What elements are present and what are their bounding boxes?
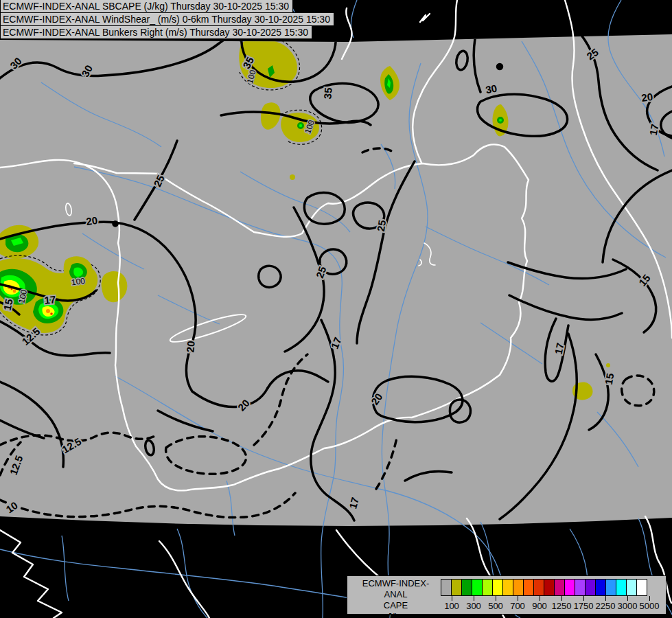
legend-color-cell: [616, 579, 627, 596]
legend-color-cell: [533, 579, 544, 596]
shear-contour-label: 17: [552, 342, 566, 356]
legend-tick-mark: [518, 596, 518, 601]
legend-tick-label: 1750: [574, 601, 594, 611]
shear-contour-label: 20: [184, 341, 196, 353]
shear-contour-label: 17: [44, 293, 56, 306]
legend-color-cell: [564, 579, 575, 596]
legend-color-cell: [554, 579, 565, 596]
legend-color-cell: [461, 579, 472, 596]
legend-color-cell: [636, 579, 647, 596]
legend-tick-label: 700: [510, 601, 525, 611]
header: ECMWF-INDEX-ANAL SBCAPE (J/kg) Thursday …: [0, 0, 334, 39]
legend-color-cell: [441, 579, 452, 596]
legend-color-cell: [605, 579, 616, 596]
cape-legend: ECMWF-INDEX-ANAL CAPE J/kg 1003005007009…: [347, 575, 667, 615]
legend-tick-mark: [452, 596, 452, 601]
legend-tick-label: 100: [444, 601, 459, 611]
header-line-sbcape: ECMWF-INDEX-ANAL SBCAPE (J/kg) Thursday …: [0, 0, 293, 13]
legend-tick-mark: [649, 596, 650, 601]
legend-tick-mark: [496, 596, 496, 601]
cape-contour-label: 100: [71, 276, 86, 288]
legend-tick-label: 3000: [618, 601, 638, 611]
legend-color-cell: [451, 579, 462, 596]
shear-contour-label: 20: [640, 91, 653, 104]
legend-color-cell: [472, 579, 483, 596]
shear-contour-label: 20: [85, 214, 98, 227]
legend-title-line3: J/kg: [353, 611, 439, 618]
legend-tick-label: 900: [532, 601, 547, 611]
shear-contour-label: 17: [647, 123, 661, 136]
legend-tick-mark: [605, 596, 606, 601]
legend-color-cell: [595, 579, 606, 596]
shear-contour-label: 30: [485, 82, 498, 95]
legend-color-cell: [502, 579, 513, 596]
legend-tick-label: 1250: [552, 601, 572, 611]
legend-tick-label: 300: [466, 601, 481, 611]
legend-color-cell: [482, 579, 493, 596]
legend-tick-mark: [583, 596, 584, 601]
legend-colorbar: [441, 579, 647, 596]
shear-contour-label: 25: [375, 219, 388, 232]
shear-contour-label: 35: [321, 87, 334, 100]
legend-title-line1: ECMWF-INDEX-ANAL: [353, 578, 439, 600]
legend-color-cell: [575, 579, 586, 596]
legend-color-cell: [523, 579, 534, 596]
weather-map-page: 303035353025201725252520171512.520202017…: [0, 0, 672, 618]
legend-tick-mark: [561, 596, 562, 601]
legend-tick-mark: [474, 596, 474, 601]
shear-contour-label: 15: [1, 298, 14, 312]
legend-color-cell: [492, 579, 503, 596]
legend-color-cell: [544, 579, 555, 596]
legend-tick-mark: [540, 596, 540, 601]
legend-tick-mark: [627, 596, 628, 601]
legend-color-cell: [513, 579, 524, 596]
weather-map: 303035353025201725252520171512.520202017…: [0, 0, 672, 618]
legend-color-cell: [626, 579, 637, 596]
header-line-windshear: ECMWF-INDEX-ANAL WindShear_ (m/s) 0-6km …: [0, 12, 334, 26]
legend-title-line2: CAPE: [353, 600, 439, 611]
legend-title: ECMWF-INDEX-ANAL CAPE J/kg: [353, 578, 439, 618]
legend-tick-label: 5000: [640, 601, 660, 611]
header-line-bunkers: ECMWF-INDEX-ANAL Bunkers Right (m/s) Thu…: [0, 25, 312, 39]
legend-tick-label: 2250: [596, 601, 616, 611]
legend-tick-label: 500: [488, 601, 503, 611]
shear-contour-label: 15: [603, 372, 616, 385]
legend-color-cell: [585, 579, 596, 596]
